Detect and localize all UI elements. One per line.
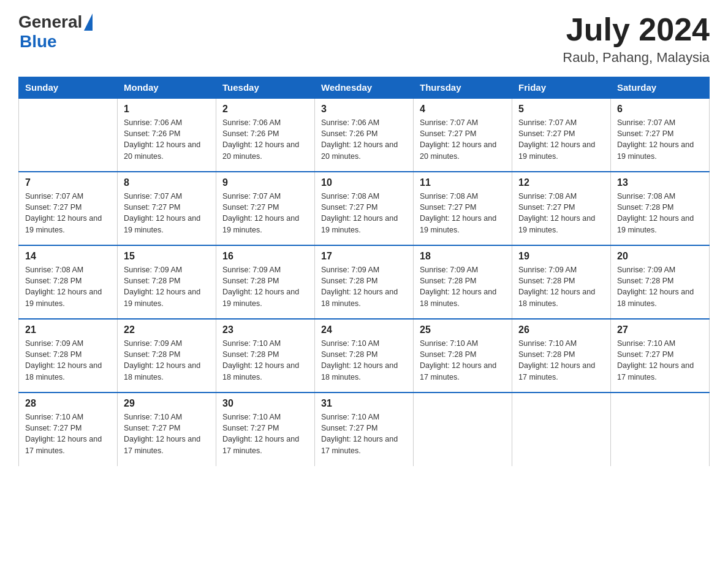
logo-text-general: General [18,12,82,32]
day-number: 11 [420,177,506,188]
calendar-cell: 21Sunrise: 7:09 AM Sunset: 7:28 PM Dayli… [19,319,118,393]
day-number: 17 [321,251,407,262]
day-info: Sunrise: 7:07 AM Sunset: 7:27 PM Dayligh… [222,191,308,236]
day-number: 2 [222,104,308,115]
calendar-subtitle: Raub, Pahang, Malaysia [563,50,710,66]
day-info: Sunrise: 7:10 AM Sunset: 7:27 PM Dayligh… [617,338,703,383]
page-header: General Blue July 2024 Raub, Pahang, Mal… [18,12,710,66]
calendar-cell: 22Sunrise: 7:09 AM Sunset: 7:28 PM Dayli… [118,319,216,393]
day-number: 7 [25,177,111,188]
logo: General Blue [18,12,93,52]
day-number: 12 [518,177,604,188]
calendar-cell: 12Sunrise: 7:08 AM Sunset: 7:27 PM Dayli… [512,172,611,245]
day-number: 16 [222,251,308,262]
title-block: July 2024 Raub, Pahang, Malaysia [563,12,710,66]
header-sunday: Sunday [19,77,118,99]
day-info: Sunrise: 7:08 AM Sunset: 7:27 PM Dayligh… [321,191,407,236]
day-info: Sunrise: 7:07 AM Sunset: 7:27 PM Dayligh… [420,117,506,162]
day-info: Sunrise: 7:07 AM Sunset: 7:27 PM Dayligh… [617,117,703,162]
day-info: Sunrise: 7:08 AM Sunset: 7:27 PM Dayligh… [420,191,506,236]
day-number: 19 [518,251,604,262]
calendar-cell [414,393,512,466]
calendar-cell: 7Sunrise: 7:07 AM Sunset: 7:27 PM Daylig… [19,172,118,245]
header-friday: Friday [512,77,611,99]
calendar-title: July 2024 [563,12,710,47]
day-info: Sunrise: 7:06 AM Sunset: 7:26 PM Dayligh… [321,117,407,162]
day-number: 28 [25,398,111,409]
logo-text-blue: Blue [20,32,93,52]
day-info: Sunrise: 7:10 AM Sunset: 7:27 PM Dayligh… [321,412,407,456]
day-info: Sunrise: 7:09 AM Sunset: 7:28 PM Dayligh… [25,338,111,383]
header-thursday: Thursday [414,77,512,99]
calendar-cell: 3Sunrise: 7:06 AM Sunset: 7:26 PM Daylig… [315,98,414,172]
day-number: 8 [124,177,210,188]
calendar-cell: 13Sunrise: 7:08 AM Sunset: 7:28 PM Dayli… [611,172,710,245]
day-info: Sunrise: 7:07 AM Sunset: 7:27 PM Dayligh… [25,191,111,236]
week-row-2: 7Sunrise: 7:07 AM Sunset: 7:27 PM Daylig… [19,172,710,245]
calendar-cell: 4Sunrise: 7:07 AM Sunset: 7:27 PM Daylig… [414,98,512,172]
day-info: Sunrise: 7:10 AM Sunset: 7:27 PM Dayligh… [25,412,111,456]
day-number: 9 [222,177,308,188]
day-info: Sunrise: 7:10 AM Sunset: 7:27 PM Dayligh… [222,412,308,456]
calendar-cell: 11Sunrise: 7:08 AM Sunset: 7:27 PM Dayli… [414,172,512,245]
day-number: 15 [124,251,210,262]
calendar-cell: 20Sunrise: 7:09 AM Sunset: 7:28 PM Dayli… [611,245,710,319]
day-number: 4 [420,104,506,115]
calendar-cell: 5Sunrise: 7:07 AM Sunset: 7:27 PM Daylig… [512,98,611,172]
day-info: Sunrise: 7:10 AM Sunset: 7:28 PM Dayligh… [321,338,407,383]
header-saturday: Saturday [611,77,710,99]
day-info: Sunrise: 7:06 AM Sunset: 7:26 PM Dayligh… [124,117,210,162]
calendar-cell: 28Sunrise: 7:10 AM Sunset: 7:27 PM Dayli… [19,393,118,466]
calendar-cell: 8Sunrise: 7:07 AM Sunset: 7:27 PM Daylig… [118,172,216,245]
calendar-table: SundayMondayTuesdayWednesdayThursdayFrid… [18,77,710,466]
day-info: Sunrise: 7:10 AM Sunset: 7:28 PM Dayligh… [222,338,308,383]
header-tuesday: Tuesday [216,77,315,99]
calendar-cell: 10Sunrise: 7:08 AM Sunset: 7:27 PM Dayli… [315,172,414,245]
calendar-cell: 25Sunrise: 7:10 AM Sunset: 7:28 PM Dayli… [414,319,512,393]
calendar-cell: 6Sunrise: 7:07 AM Sunset: 7:27 PM Daylig… [611,98,710,172]
header-wednesday: Wednesday [315,77,414,99]
day-info: Sunrise: 7:09 AM Sunset: 7:28 PM Dayligh… [222,264,308,309]
calendar-cell: 16Sunrise: 7:09 AM Sunset: 7:28 PM Dayli… [216,245,315,319]
week-row-1: 1Sunrise: 7:06 AM Sunset: 7:26 PM Daylig… [19,98,710,172]
calendar-cell [512,393,611,466]
day-info: Sunrise: 7:09 AM Sunset: 7:28 PM Dayligh… [321,264,407,309]
calendar-cell: 29Sunrise: 7:10 AM Sunset: 7:27 PM Dayli… [118,393,216,466]
calendar-cell: 2Sunrise: 7:06 AM Sunset: 7:26 PM Daylig… [216,98,315,172]
calendar-cell: 30Sunrise: 7:10 AM Sunset: 7:27 PM Dayli… [216,393,315,466]
calendar-cell [611,393,710,466]
calendar-cell: 24Sunrise: 7:10 AM Sunset: 7:28 PM Dayli… [315,319,414,393]
day-number: 10 [321,177,407,188]
header-monday: Monday [118,77,216,99]
day-info: Sunrise: 7:07 AM Sunset: 7:27 PM Dayligh… [518,117,604,162]
day-info: Sunrise: 7:09 AM Sunset: 7:28 PM Dayligh… [617,264,703,309]
day-info: Sunrise: 7:06 AM Sunset: 7:26 PM Dayligh… [222,117,308,162]
day-number: 6 [617,104,703,115]
day-number: 13 [617,177,703,188]
day-number: 14 [25,251,111,262]
day-number: 27 [617,324,703,335]
day-info: Sunrise: 7:08 AM Sunset: 7:27 PM Dayligh… [518,191,604,236]
calendar-cell: 19Sunrise: 7:09 AM Sunset: 7:28 PM Dayli… [512,245,611,319]
day-number: 29 [124,398,210,409]
day-number: 18 [420,251,506,262]
calendar-cell: 23Sunrise: 7:10 AM Sunset: 7:28 PM Dayli… [216,319,315,393]
day-number: 25 [420,324,506,335]
day-info: Sunrise: 7:10 AM Sunset: 7:28 PM Dayligh… [518,338,604,383]
week-row-3: 14Sunrise: 7:08 AM Sunset: 7:28 PM Dayli… [19,245,710,319]
day-number: 23 [222,324,308,335]
calendar-cell: 1Sunrise: 7:06 AM Sunset: 7:26 PM Daylig… [118,98,216,172]
day-number: 26 [518,324,604,335]
day-number: 5 [518,104,604,115]
calendar-cell: 17Sunrise: 7:09 AM Sunset: 7:28 PM Dayli… [315,245,414,319]
day-info: Sunrise: 7:08 AM Sunset: 7:28 PM Dayligh… [25,264,111,309]
day-number: 1 [124,104,210,115]
day-number: 21 [25,324,111,335]
day-info: Sunrise: 7:09 AM Sunset: 7:28 PM Dayligh… [518,264,604,309]
day-info: Sunrise: 7:09 AM Sunset: 7:28 PM Dayligh… [420,264,506,309]
calendar-cell: 15Sunrise: 7:09 AM Sunset: 7:28 PM Dayli… [118,245,216,319]
calendar-cell: 9Sunrise: 7:07 AM Sunset: 7:27 PM Daylig… [216,172,315,245]
day-info: Sunrise: 7:09 AM Sunset: 7:28 PM Dayligh… [124,264,210,309]
day-info: Sunrise: 7:07 AM Sunset: 7:27 PM Dayligh… [124,191,210,236]
calendar-cell [19,98,118,172]
